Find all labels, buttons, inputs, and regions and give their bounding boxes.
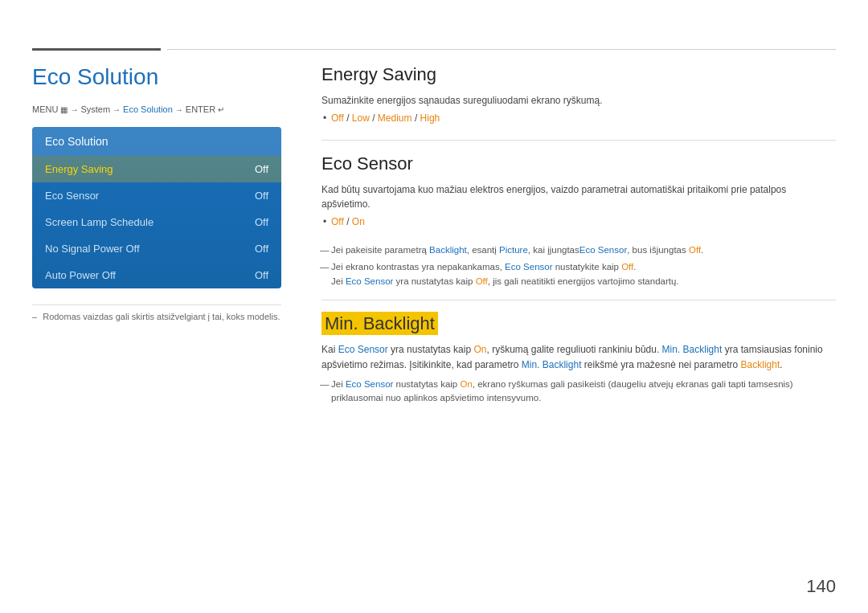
eco-sensor-desc: Kad būtų suvartojama kuo mažiau elektros…: [321, 182, 836, 211]
page-title: Eco Solution: [32, 64, 281, 90]
min-backlight-note: Jei Eco Sensor nustatytas kaip On, ekran…: [331, 378, 836, 406]
breadcrumb-menu: MENU: [32, 104, 58, 114]
menu-item-screen-lamp[interactable]: Screen Lamp Schedule Off: [32, 209, 281, 235]
menu-item-energy-saving[interactable]: Energy Saving Off: [32, 156, 281, 182]
menu-item-auto-power-label: Auto Power Off: [45, 269, 116, 281]
breadcrumb-menu-icon: ▦: [60, 105, 68, 114]
left-panel: Eco Solution MENU ▦ → System → Eco Solut…: [32, 64, 281, 321]
page-number: 140: [806, 576, 836, 597]
breadcrumb-system: System: [80, 104, 110, 114]
menu-item-screen-lamp-value: Off: [255, 216, 268, 228]
menu-item-auto-power-value: Off: [255, 269, 268, 281]
breadcrumb-eco: Eco Solution: [123, 104, 173, 114]
top-decorative-lines: [32, 48, 836, 51]
menu-item-energy-saving-value: Off: [255, 163, 268, 175]
eco-sensor-note-1: Jei pakeisite parametrą Backlight, esant…: [331, 243, 836, 257]
menu-item-no-signal[interactable]: No Signal Power Off Off: [32, 235, 281, 262]
energy-saving-desc: Sumažinkite energijos sąnaudas sureguliu…: [321, 93, 836, 108]
min-backlight-desc: Kai Eco Sensor yra nustatytas kaip On, r…: [321, 342, 836, 373]
menu-item-no-signal-label: No Signal Power Off: [45, 243, 140, 255]
energy-saving-title: Energy Saving: [321, 64, 836, 85]
min-backlight-title-text: Min. Backlight: [321, 312, 438, 335]
section-divider-2: [321, 300, 836, 300]
energy-saving-option-item: Off / Low / Medium / High: [331, 112, 836, 124]
breadcrumb-enter: ENTER: [186, 104, 215, 114]
eco-sensor-title: Eco Sensor: [321, 153, 836, 174]
menu-item-screen-lamp-label: Screen Lamp Schedule: [45, 216, 154, 228]
energy-saving-options: Off / Low / Medium / High: [321, 112, 836, 124]
menu-item-eco-sensor[interactable]: Eco Sensor Off: [32, 182, 281, 209]
min-backlight-title: Min. Backlight: [321, 313, 836, 334]
menu-item-energy-saving-label: Energy Saving: [45, 163, 113, 175]
footnote: – Rodomas vaizdas gali skirtis atsižvelg…: [32, 304, 281, 321]
menu-item-no-signal-value: Off: [255, 243, 268, 255]
section-divider-1: [321, 140, 836, 141]
eco-sensor-option-item: Off / On: [331, 216, 836, 227]
breadcrumb: MENU ▦ → System → Eco Solution → ENTER ↵: [32, 104, 281, 114]
eco-sensor-note-2: Jei ekrano kontrastas yra nepakankamas, …: [331, 260, 836, 288]
menu-item-eco-sensor-value: Off: [255, 190, 268, 202]
menu-item-eco-sensor-label: Eco Sensor: [45, 190, 99, 202]
eco-sensor-options: Off / On: [321, 216, 836, 227]
footnote-text: Rodomas vaizdas gali skirtis atsižvelgia…: [43, 312, 280, 321]
menu-item-auto-power[interactable]: Auto Power Off Off: [32, 262, 281, 288]
eco-solution-menu: Eco Solution Energy Saving Off Eco Senso…: [32, 127, 281, 288]
right-panel: Energy Saving Sumažinkite energijos sąna…: [321, 64, 836, 409]
breadcrumb-enter-icon: ↵: [218, 105, 224, 114]
eco-menu-header: Eco Solution: [32, 127, 281, 156]
